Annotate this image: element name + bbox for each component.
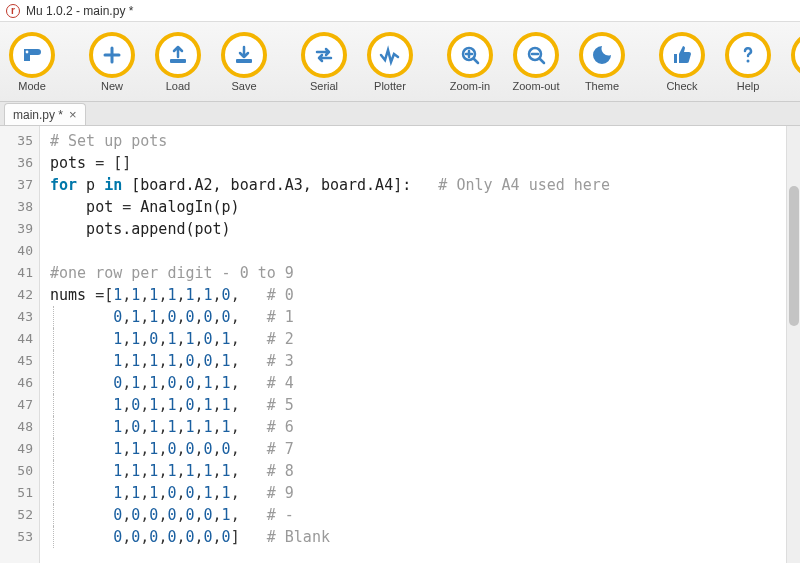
token-num: 0 — [131, 506, 140, 524]
line-number: 48 — [0, 416, 33, 438]
token-kw: in — [104, 176, 122, 194]
close-icon[interactable]: × — [69, 107, 77, 122]
code-line[interactable]: #one row per digit - 0 to 9 — [50, 262, 800, 284]
token-op: , — [122, 418, 131, 436]
token-op: , — [122, 308, 131, 326]
token-op: , — [195, 286, 204, 304]
token-cm: # 5 — [267, 396, 294, 414]
code-line[interactable]: # Set up pots — [50, 130, 800, 152]
code-line[interactable]: 1,1,0,1,1,0,1, # 2 — [50, 328, 800, 350]
token-op: , — [140, 506, 149, 524]
load-button[interactable]: Load — [152, 32, 204, 92]
line-number: 51 — [0, 482, 33, 504]
save-button[interactable]: Save — [218, 32, 270, 92]
code-line[interactable]: 1,1,1,0,0,0,0, # 7 — [50, 438, 800, 460]
tab-main-py[interactable]: main.py * × — [4, 103, 86, 125]
code-line[interactable]: for p in [board.A2, board.A3, board.A4]:… — [50, 174, 800, 196]
code-line[interactable]: 1,1,1,1,0,0,1, # 3 — [50, 350, 800, 372]
code-line[interactable]: pots = [] — [50, 152, 800, 174]
token-op: , — [231, 308, 267, 326]
line-number: 50 — [0, 460, 33, 482]
token-op: , — [140, 308, 149, 326]
line-number: 46 — [0, 372, 33, 394]
token-num: 1 — [131, 484, 140, 502]
token-kw: for — [50, 176, 77, 194]
plus-icon — [89, 32, 135, 78]
toolbar-label: Mode — [18, 80, 46, 92]
token-num: 0 — [204, 506, 213, 524]
scrollbar-thumb[interactable] — [789, 186, 799, 326]
code-line[interactable]: 0,1,1,0,0,1,1, # 4 — [50, 372, 800, 394]
tab-label: main.py * — [13, 108, 63, 122]
token-op — [50, 440, 113, 458]
toolbar-group: CheckHelpQuit — [656, 32, 800, 92]
scrollbar[interactable] — [786, 126, 800, 563]
code-line[interactable]: 0,0,0,0,0,0,0] # Blank — [50, 526, 800, 548]
code-line[interactable]: 1,0,1,1,0,1,1, # 5 — [50, 394, 800, 416]
code-line[interactable]: 1,0,1,1,1,1,1, # 6 — [50, 416, 800, 438]
mode-button[interactable]: Mode — [6, 32, 58, 92]
token-num: 0 — [131, 418, 140, 436]
token-num: 1 — [222, 374, 231, 392]
line-number: 49 — [0, 438, 33, 460]
token-num: 0 — [185, 528, 194, 546]
token-num: 1 — [204, 396, 213, 414]
token-num: 1 — [222, 484, 231, 502]
token-op: , — [195, 506, 204, 524]
theme-button[interactable]: Theme — [576, 32, 628, 92]
token-num: 1 — [113, 286, 122, 304]
toolbar-group: Mode — [6, 32, 58, 92]
token-op: , — [140, 374, 149, 392]
token-num: 0 — [204, 528, 213, 546]
token-op: , — [231, 330, 267, 348]
token-num: 1 — [222, 330, 231, 348]
token-op: , — [231, 374, 267, 392]
code-line[interactable]: 0,0,0,0,0,0,1, # - — [50, 504, 800, 526]
code-area[interactable]: # Set up potspots = []for p in [board.A2… — [40, 126, 800, 563]
code-line[interactable]: pot = AnalogIn(p) — [50, 196, 800, 218]
token-op: , — [140, 440, 149, 458]
token-num: 0 — [222, 440, 231, 458]
toolbar-label: Help — [737, 80, 760, 92]
editor[interactable]: 35363738394041424344454647484950515253 #… — [0, 126, 800, 563]
token-op: , — [122, 396, 131, 414]
plotter-button[interactable]: Plotter — [364, 32, 416, 92]
token-op: , — [231, 352, 267, 370]
token-cm: # 7 — [267, 440, 294, 458]
zoomin-button[interactable]: Zoom-in — [444, 32, 496, 92]
help-button[interactable]: Help — [722, 32, 774, 92]
token-num: 1 — [113, 440, 122, 458]
code-line[interactable]: nums =[1,1,1,1,1,1,0, # 0 — [50, 284, 800, 306]
code-line[interactable]: 1,1,1,1,1,1,1, # 8 — [50, 460, 800, 482]
code-line[interactable]: pots.append(pot) — [50, 218, 800, 240]
zoomout-button[interactable]: Zoom-out — [510, 32, 562, 92]
code-line[interactable]: 0,1,1,0,0,0,0, # 1 — [50, 306, 800, 328]
token-num: 0 — [185, 352, 194, 370]
svg-point-5 — [747, 59, 750, 62]
token-op: , — [195, 484, 204, 502]
code-line[interactable]: 1,1,1,0,0,1,1, # 9 — [50, 482, 800, 504]
token-id: pots — [50, 154, 95, 172]
token-id: AnalogIn(p) — [140, 198, 239, 216]
token-op — [50, 374, 113, 392]
code-line[interactable] — [50, 240, 800, 262]
token-op — [50, 462, 113, 480]
token-cm: # Only A4 used here — [438, 176, 610, 194]
toolbar: ModeNewLoadSaveSerialPlotterZoom-inZoom-… — [0, 22, 800, 102]
quit-button[interactable]: Quit — [788, 32, 800, 92]
token-op: , — [122, 440, 131, 458]
token-op: , — [213, 330, 222, 348]
token-op: , — [231, 506, 267, 524]
token-num: 1 — [131, 440, 140, 458]
check-button[interactable]: Check — [656, 32, 708, 92]
toolbar-label: Theme — [585, 80, 619, 92]
line-number: 40 — [0, 240, 33, 262]
token-op: , — [122, 528, 131, 546]
serial-button[interactable]: Serial — [298, 32, 350, 92]
new-button[interactable]: New — [86, 32, 138, 92]
token-cm: # - — [267, 506, 294, 524]
token-op — [50, 330, 113, 348]
token-num: 1 — [204, 484, 213, 502]
token-id: pot — [50, 198, 122, 216]
token-op: , — [122, 462, 131, 480]
